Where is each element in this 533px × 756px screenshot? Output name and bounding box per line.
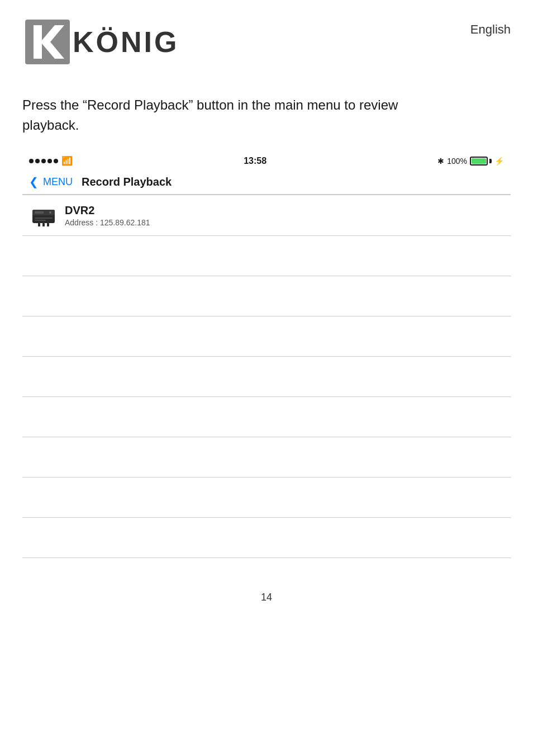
list-item (22, 397, 511, 437)
instruction-text: Press the “Record Playback” button in th… (0, 78, 480, 147)
language-label: English (470, 22, 511, 37)
bluetooth-icon: ✱ (437, 157, 444, 166)
nav-title: Record Playback (82, 176, 172, 188)
battery-percent: 100% (447, 157, 467, 166)
svg-point-4 (49, 211, 51, 214)
konig-k-logo (22, 17, 73, 67)
page-number: 14 (0, 575, 533, 620)
battery-box (470, 157, 488, 166)
svg-rect-6 (35, 218, 53, 219)
battery-fill (472, 158, 486, 164)
back-chevron-icon[interactable]: ❮ (29, 175, 39, 188)
signal-dot-3 (41, 159, 46, 163)
list-item (22, 357, 511, 397)
signal-dot-1 (29, 159, 34, 163)
svg-rect-10 (47, 223, 49, 226)
logo-text: KÖNIG (73, 25, 179, 59)
signal-dot-2 (35, 159, 40, 163)
signal-dot-5 (54, 159, 58, 163)
logo: KÖNIG (22, 17, 179, 67)
back-button[interactable]: MENU (43, 176, 73, 188)
page-header: KÖNIG English (0, 0, 533, 78)
dvr-icon (30, 202, 57, 229)
svg-rect-9 (42, 223, 45, 226)
list-item-subtitle: Address : 125.89.62.181 (65, 218, 503, 227)
svg-rect-8 (38, 223, 40, 226)
status-time: 13:58 (244, 156, 266, 166)
list-item (22, 518, 511, 558)
svg-rect-5 (35, 211, 44, 214)
status-left: 📶 (29, 155, 73, 166)
wifi-icon: 📶 (61, 155, 73, 166)
nav-bar: ❮ MENU Record Playback (22, 169, 511, 195)
list-item (22, 316, 511, 357)
list-item (22, 478, 511, 518)
list-item-title: DVR2 (65, 204, 503, 217)
signal-dot-4 (47, 159, 52, 163)
device-list: DVR2 Address : 125.89.62.181 (22, 195, 511, 558)
list-item[interactable]: DVR2 Address : 125.89.62.181 (22, 195, 511, 236)
status-bar: 📶 13:58 ✱ 100% ⚡ (22, 152, 511, 169)
battery-tip (489, 159, 492, 163)
list-item (22, 437, 511, 478)
charging-icon: ⚡ (494, 157, 504, 166)
phone-mockup: 📶 13:58 ✱ 100% ⚡ ❮ MENU Record Playback (22, 152, 511, 558)
list-item (22, 236, 511, 276)
svg-rect-7 (35, 220, 46, 221)
signal-dots (29, 159, 58, 163)
battery-indicator (470, 157, 492, 166)
list-item (22, 276, 511, 316)
list-item-content: DVR2 Address : 125.89.62.181 (65, 204, 503, 227)
status-right: ✱ 100% ⚡ (437, 157, 504, 166)
